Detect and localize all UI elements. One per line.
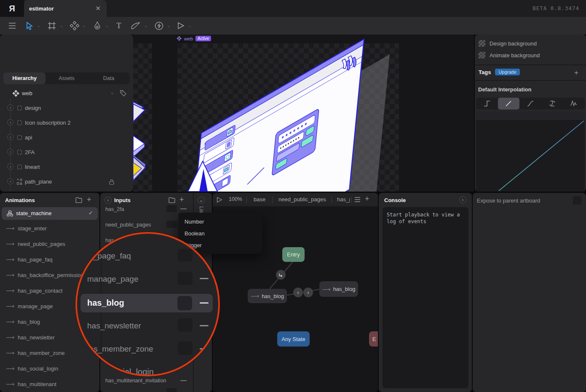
has-blog-node-right[interactable]: ⟶has_blog [319,281,358,297]
animation-item[interactable]: ⟶has_social_login [6,365,58,372]
add-tag-icon[interactable]: + [574,69,578,77]
animation-item[interactable]: ⟶manage_page [6,303,53,309]
disclosure-icon[interactable]: › [7,119,13,125]
input-checkbox[interactable] [166,221,177,228]
document-tab[interactable]: estimator ✕ [24,0,107,17]
design-background-swatch[interactable] [479,40,485,47]
tree-row[interactable]: › path_plane [0,178,133,187]
chevron-down-icon[interactable]: ⌄ [36,17,41,35]
tab-hierarchy[interactable]: Hierarchy [3,72,45,84]
animation-item[interactable]: ⟶has_blog [6,318,40,325]
transition-left-icon[interactable]: ‹ [293,288,303,297]
animation-item[interactable]: ⟶has_multitenant [6,381,56,387]
disclosure-icon[interactable]: › [7,163,13,170]
animation-item[interactable]: ⟶has_newsletter [6,334,55,341]
console-title: Console [384,197,406,203]
animate-background-row[interactable]: Animate background [479,52,540,59]
entry-node[interactable]: Entry [282,247,305,262]
console-log[interactable]: Start playback to view a log of events [383,207,468,388]
cubic-interpolation-button[interactable] [519,98,541,109]
chevron-down-icon[interactable]: ⌄ [166,17,171,35]
linear-interpolation-button[interactable] [498,98,520,109]
play-icon[interactable] [217,197,222,203]
tree-row[interactable]: › 2FA [0,149,133,157]
lock-icon[interactable] [109,179,114,185]
transition-duration-icon[interactable] [276,270,286,280]
tag-icon[interactable] [120,90,126,96]
disclosure-icon[interactable]: › [7,149,13,155]
text-tool-icon[interactable]: T [114,17,124,35]
close-icon[interactable]: ✕ [95,5,101,12]
add-layer-icon[interactable]: + [365,195,369,203]
input-checkbox[interactable] [166,388,177,392]
node-label: has_blog [262,293,284,299]
artboard-tool-icon[interactable] [46,17,57,35]
animate-background-swatch[interactable] [479,52,485,59]
animation-item[interactable]: ⟶has_backoffice_permissions [6,272,86,278]
animation-item[interactable]: ⟶stage_enter [6,225,47,232]
menu-item-boolean[interactable]: Boolean [185,230,205,237]
chevron-down-icon[interactable]: ⌄ [143,17,148,35]
animation-item[interactable]: ⟶need_public_pages [6,240,65,247]
animation-item[interactable]: ⟶has_page_contact [6,287,62,294]
play-tool-icon[interactable] [175,17,186,35]
any-state-node[interactable]: Any State [277,331,310,347]
remove-input-icon[interactable] [180,380,187,381]
chevron-down-icon[interactable]: ⌄ [110,90,114,95]
playback-speed[interactable]: 100% [229,196,242,202]
chevron-down-icon[interactable]: ⌄ [59,17,64,35]
animation-item[interactable]: ⟶has_member_zone [6,349,64,356]
graph-tab-has-p[interactable]: has_p [337,196,350,203]
tree-row[interactable]: › Icon subscription 2 [0,119,133,128]
tab-data[interactable]: Data [88,72,130,84]
graph-tab-base[interactable]: base [254,196,265,203]
input-checkbox[interactable] [166,205,177,212]
input-label[interactable]: has_2fa [105,206,124,212]
tree-row[interactable]: › design [0,104,133,113]
chevron-down-icon[interactable]: ⌄ [187,17,192,35]
tree-row[interactable]: › lineart [0,163,133,172]
animation-label: has_member_zone [18,350,64,356]
tree-row[interactable]: › api [0,134,133,142]
disclosure-icon[interactable]: › [7,178,13,184]
canvas[interactable]: web Active [133,35,474,192]
expose-checkbox[interactable] [573,196,581,205]
transition-right-icon[interactable]: › [303,288,313,297]
shapes-tool-icon[interactable] [69,17,80,35]
tree-root-row[interactable]: web ⌄ [0,88,133,99]
folder-icon[interactable] [75,197,82,203]
graph-menu-icon[interactable] [354,197,361,202]
elastic-interpolation-button[interactable] [563,98,585,109]
collapse-listeners-icon[interactable]: ⌄ [198,197,205,204]
events-tool-icon[interactable] [153,17,164,35]
upgrade-badge[interactable]: Upgrade [495,69,519,75]
disclosure-icon[interactable]: › [7,134,13,140]
input-label[interactable]: need_public_pages [105,222,151,228]
select-tool-icon[interactable] [24,17,35,35]
rive-logo[interactable]: R [0,0,24,17]
input-label[interactable]: has_multitenant_invitation [105,378,166,384]
add-input-icon[interactable]: + [179,195,184,204]
custom-cubic-interpolation-button[interactable] [541,98,563,109]
graph-tab-need-public-pages[interactable]: need_public_pages [278,196,326,203]
menu-icon[interactable] [7,17,18,35]
pen-tool-icon[interactable] [92,17,103,35]
disclosure-icon[interactable]: › [7,104,13,111]
chevron-down-icon[interactable]: ⌄ [82,17,87,35]
remove-input-icon[interactable] [180,208,187,209]
design-background-row[interactable]: Design background [479,40,537,47]
exit-node[interactable]: E [369,331,378,347]
interpolation-curve-editor[interactable] [476,111,585,192]
bone-tool-icon[interactable] [130,17,142,35]
collapse-console-icon[interactable]: ‹ [459,196,466,203]
menu-item-number[interactable]: Number [185,219,204,225]
animation-item[interactable]: ⟶has_page_faq [6,256,53,263]
tab-assets[interactable]: Assets [45,72,88,84]
add-animation-icon[interactable]: + [87,195,91,204]
folder-icon[interactable] [169,197,175,203]
collapse-inputs-icon[interactable]: › [104,197,112,204]
hold-interpolation-button[interactable] [476,98,498,109]
has-blog-node-left[interactable]: ⟶has_blog [248,289,287,303]
chevron-down-icon[interactable]: ⌄ [104,17,110,35]
state-machine-row[interactable]: state_machine ✓ [2,207,98,220]
